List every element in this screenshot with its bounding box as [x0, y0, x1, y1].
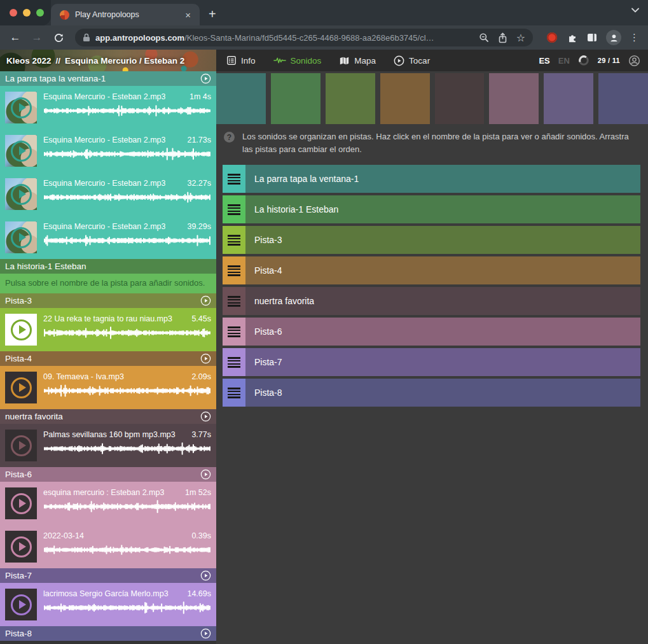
clip-play-button[interactable] [11, 319, 32, 340]
extensions-puzzle-icon[interactable] [567, 32, 578, 43]
play-track-icon[interactable] [200, 469, 211, 480]
track-color-block[interactable] [380, 73, 430, 124]
share-icon[interactable] [498, 32, 507, 43]
play-track-icon[interactable] [200, 570, 211, 581]
track-row[interactable]: Pista-7 [223, 348, 640, 376]
clip-play-button[interactable] [11, 594, 32, 615]
clip-thumbnail [5, 487, 37, 519]
clip-title-row: 2022-03-140.39s [43, 531, 211, 540]
close-window-button[interactable] [10, 9, 17, 17]
reload-button[interactable] [50, 29, 67, 46]
zoom-icon[interactable] [479, 32, 489, 43]
track-section-name: Pista-8 [5, 629, 32, 638]
minimize-window-button[interactable] [23, 9, 31, 17]
track-drag-handle[interactable] [223, 165, 245, 193]
track-section-header[interactable]: Pista-3 [0, 293, 216, 308]
bookmark-star-icon[interactable]: ☆ [516, 32, 525, 44]
clip-play-button[interactable] [11, 536, 32, 557]
browser-tab[interactable]: Play Antropoloops × [51, 4, 200, 25]
drag-handle-icon [228, 296, 240, 307]
audio-clip[interactable]: esquina mercurio : Esteban 2.mp31m 52s [0, 482, 216, 525]
audio-clip[interactable]: Esquina Mercurio - Esteban 2.mp31m 4s [0, 86, 216, 129]
track-section-header[interactable]: nuertra favorita [0, 409, 216, 424]
track-color-block[interactable] [435, 73, 485, 124]
clip-play-button[interactable] [11, 493, 32, 514]
clip-play-button[interactable] [11, 227, 32, 248]
lang-en-button[interactable]: EN [558, 56, 570, 66]
header-right-controls: ES EN 29 / 11 [539, 55, 648, 67]
play-track-icon[interactable] [200, 73, 211, 84]
track-section-header[interactable]: Pista-8 [0, 626, 216, 641]
nav-info[interactable]: Info [226, 55, 256, 66]
waveform [43, 600, 211, 615]
audio-clip[interactable]: lacrimosa Sergio García Merlo.mp314.69s [0, 583, 216, 626]
breadcrumb-project[interactable]: Kleos 2022 [6, 56, 52, 66]
track-section-header[interactable]: Pista-6 [0, 467, 216, 482]
track-drag-handle[interactable] [223, 348, 245, 376]
track-row[interactable]: Pista-3 [223, 226, 640, 254]
track-row[interactable]: Pista-4 [223, 256, 640, 284]
side-panel-icon[interactable] [586, 32, 598, 43]
audio-clip[interactable]: Esquina Mercurio - Esteban 2.mp332.27s [0, 172, 216, 216]
track-row-label: La parra tapa la ventana-1 [245, 174, 359, 184]
new-tab-button[interactable]: + [209, 7, 216, 22]
track-section-name: nuertra favorita [5, 412, 63, 421]
track-drag-handle[interactable] [223, 379, 245, 407]
account-icon[interactable] [628, 55, 640, 67]
tab-search-chevron-icon[interactable] [631, 8, 639, 13]
track-row[interactable]: Pista-6 [223, 318, 640, 346]
play-track-icon[interactable] [200, 411, 211, 422]
map-photo-breadcrumb[interactable]: Kleos 2022 // Esquina Mercurio / Esteban… [0, 50, 216, 71]
track-section-header[interactable]: La parra tapa la ventana-1 [0, 71, 216, 86]
forward-button[interactable]: → [28, 29, 46, 46]
back-button[interactable]: ← [6, 29, 24, 46]
track-section-header[interactable]: Pista-7 [0, 568, 216, 583]
track-color-block[interactable] [544, 73, 593, 124]
track-color-block[interactable] [598, 73, 648, 124]
fullscreen-window-button[interactable] [36, 9, 44, 17]
clip-play-button[interactable] [11, 377, 32, 398]
track-color-block[interactable] [271, 73, 321, 124]
track-drag-handle[interactable] [223, 256, 245, 284]
track-drag-handle[interactable] [223, 195, 245, 223]
profile-avatar[interactable] [606, 30, 621, 45]
audio-clip[interactable]: Esquina Mercurio - Esteban 2.mp339.29s [0, 216, 216, 259]
track-row[interactable]: nuertra favorita [223, 287, 640, 315]
audio-clip[interactable]: Esquina Mercurio - Esteban 2.mp321.73s [0, 129, 216, 172]
audio-clip[interactable]: 09. Temaeva - Iva.mp32.09s [0, 366, 216, 409]
track-section-header[interactable]: Pista-4 [0, 351, 216, 366]
play-track-icon[interactable] [200, 628, 211, 639]
track-row[interactable]: La parra tapa la ventana-1 [223, 165, 640, 193]
audio-clip[interactable]: Palmas sevillanas 160 bpm mp3.mp33.77s [0, 424, 216, 467]
play-track-icon[interactable] [200, 353, 211, 364]
track-color-block[interactable] [326, 73, 375, 124]
lang-es-button[interactable]: ES [539, 56, 549, 66]
nav-sonidos[interactable]: Sonidos [273, 56, 322, 66]
clip-play-button[interactable] [11, 97, 32, 118]
track-drag-handle[interactable] [223, 287, 245, 315]
audio-clip[interactable]: 2022-03-140.39s [0, 525, 216, 568]
track-row[interactable]: Pista-8 [223, 379, 640, 407]
track-color-block[interactable] [489, 73, 539, 124]
track-drag-handle[interactable] [223, 318, 245, 346]
track-section-name: La historia-1 Esteban [5, 262, 86, 271]
track-drag-handle[interactable] [223, 226, 245, 254]
clip-filename: Esquina Mercurio - Esteban 2.mp3 [43, 222, 165, 231]
clip-play-button[interactable] [11, 184, 32, 205]
help-row: ? Los sonidos se organizan en pistas. Ha… [216, 130, 648, 156]
track-color-block[interactable] [216, 73, 266, 124]
browser-menu-icon[interactable]: ⋮ [630, 32, 639, 43]
track-section: La historia-1 EstebanPulsa sobre el nomb… [0, 259, 216, 293]
clip-play-button[interactable] [11, 141, 32, 162]
close-tab-icon[interactable]: × [183, 9, 193, 21]
nav-mapa[interactable]: Mapa [339, 56, 376, 66]
clip-play-button[interactable] [11, 435, 32, 456]
track-section-header[interactable]: La historia-1 Esteban [0, 259, 216, 274]
nav-tocar[interactable]: Tocar [394, 55, 430, 66]
record-extension-icon[interactable] [546, 31, 558, 44]
audio-clip[interactable]: 22 Ua reka te tagnia to rau niau.mp35.45… [0, 308, 216, 351]
play-track-icon[interactable] [200, 295, 211, 306]
track-row[interactable]: La historia-1 Esteban [223, 195, 640, 223]
url-bar[interactable]: app.antropoloops.com/Kleos-Santa-Marina/… [75, 29, 533, 46]
track-section-name: Pista-4 [5, 354, 32, 363]
